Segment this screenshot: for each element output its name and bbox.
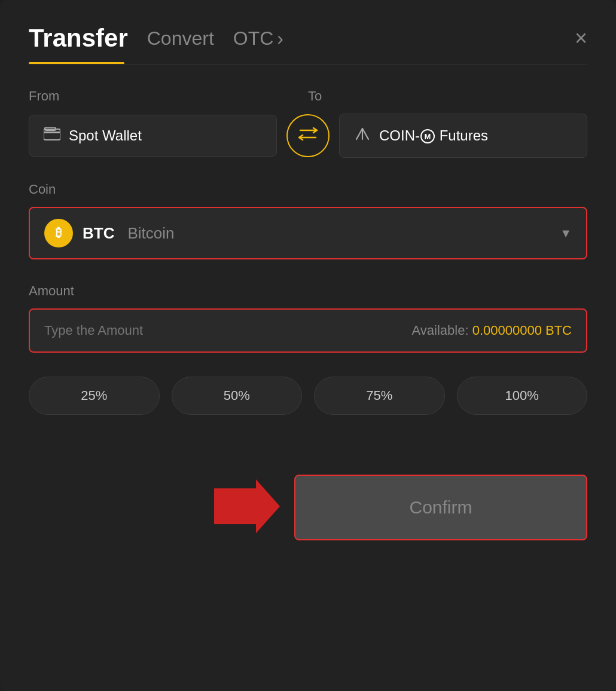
coin-full-name: Bitcoin — [127, 224, 174, 243]
from-label: From — [29, 88, 308, 104]
from-to-row: Spot Wallet COIN-M — [29, 114, 587, 158]
modal-header: Transfer Convert OTC › × — [29, 24, 587, 53]
percent-50-button[interactable]: 50% — [172, 377, 303, 415]
from-wallet-text: Spot Wallet — [69, 127, 142, 144]
confirm-button[interactable]: Confirm — [294, 475, 587, 540]
chevron-down-icon: ▼ — [560, 227, 572, 240]
wallet-icon — [44, 127, 60, 144]
coin-label: Coin — [29, 182, 587, 197]
amount-section: Amount Available: 0.00000000 BTC — [29, 283, 587, 353]
close-button[interactable]: × — [575, 27, 587, 49]
coin-selector[interactable]: ₿ BTC Bitcoin ▼ — [29, 207, 587, 259]
swap-icon — [298, 126, 318, 146]
percent-25-button[interactable]: 25% — [29, 377, 160, 415]
available-amount-value: 0.00000000 BTC — [472, 323, 572, 338]
transfer-modal: Transfer Convert OTC › × From To — [0, 0, 616, 691]
amount-input-box: Available: 0.00000000 BTC — [29, 308, 587, 353]
available-balance: Available: 0.00000000 BTC — [412, 323, 572, 338]
svg-text:₿: ₿ — [56, 226, 62, 239]
pointer-arrow — [214, 479, 280, 536]
coin-section: Coin ₿ BTC Bitcoin ▼ — [29, 182, 587, 259]
tab-otc[interactable]: OTC › — [233, 27, 283, 50]
bottom-row: Confirm — [29, 451, 587, 540]
svg-rect-1 — [44, 132, 60, 133]
from-wallet-selector[interactable]: Spot Wallet — [29, 115, 277, 157]
amount-input[interactable] — [44, 323, 308, 338]
swap-button[interactable] — [286, 114, 330, 157]
to-wallet-text: COIN-M Futures — [379, 127, 488, 145]
futures-icon — [354, 126, 371, 145]
svg-text:M: M — [425, 132, 431, 141]
tab-transfer[interactable]: Transfer — [29, 24, 128, 53]
percent-100-button[interactable]: 100% — [457, 377, 588, 415]
from-to-section: From To Spot Wallet — [29, 88, 587, 158]
percent-buttons-row: 25% 50% 75% 100% — [29, 377, 587, 415]
from-to-labels: From To — [29, 88, 587, 104]
amount-label: Amount — [29, 283, 587, 299]
to-wallet-selector[interactable]: COIN-M Futures — [339, 114, 587, 158]
percent-75-button[interactable]: 75% — [314, 377, 445, 415]
to-label: To — [308, 88, 587, 104]
coin-symbol: BTC — [83, 224, 114, 243]
tab-convert[interactable]: Convert — [147, 27, 214, 50]
btc-icon: ₿ — [44, 219, 73, 247]
svg-marker-6 — [214, 479, 280, 533]
header-divider — [29, 64, 587, 65]
